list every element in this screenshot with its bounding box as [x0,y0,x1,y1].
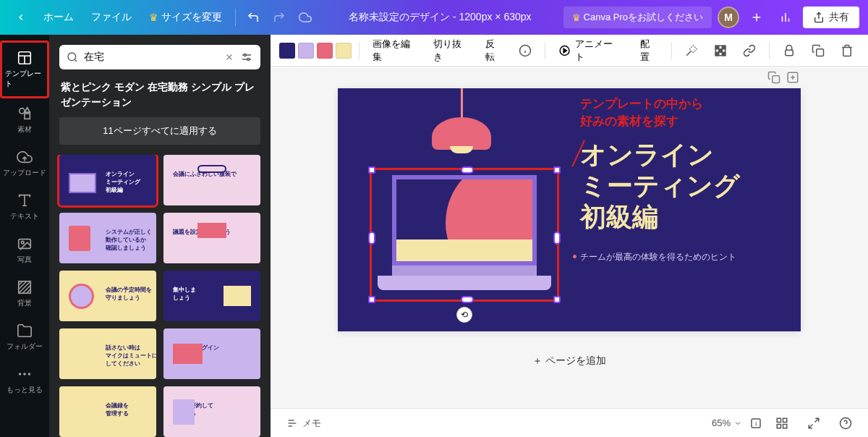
try-pro-button[interactable]: ♛Canva Proをお試しください [563,7,712,28]
filter-icon[interactable] [240,51,253,64]
rail-text[interactable]: テキスト [0,185,49,229]
page-duplicate-icon[interactable] [767,71,782,85]
template-thumb[interactable]: 会議録を 管理する [59,386,156,437]
selection-box[interactable]: ⟲ [370,168,559,302]
svg-rect-55 [777,418,780,422]
svg-rect-10 [25,114,30,119]
cloud-save-icon [294,6,317,29]
info-button[interactable] [513,41,537,61]
help-button[interactable] [833,413,858,433]
template-thumb[interactable]: 会議にふさわしい服装で [163,155,260,205]
home-button[interactable]: ホーム [36,7,81,28]
folder-icon [17,323,33,339]
flip-button[interactable]: 反転 [480,34,509,67]
notes-button[interactable]: メモ [281,413,327,433]
svg-point-32 [247,59,250,61]
file-menu[interactable]: ファイル [84,7,139,28]
svg-point-15 [21,241,24,244]
search-input[interactable] [84,51,218,63]
resize-handle-w[interactable] [368,232,375,245]
slide-subtitle[interactable]: チームが最高の体験を得るためのヒント [580,251,736,263]
rail-folders[interactable]: フォルダー [0,315,49,359]
svg-line-21 [27,289,31,294]
document-title[interactable]: 名称未設定のデザイン - 1200px × 630px [317,11,563,24]
svg-point-25 [68,53,76,61]
svg-text:1: 1 [754,420,757,427]
resize-handle-s[interactable] [461,296,474,303]
color-swatch[interactable] [298,43,314,59]
rail-uploads[interactable]: アップロード [0,142,49,185]
resize-button[interactable]: ♛サイズを変更 [142,7,229,28]
resize-handle-n[interactable] [461,166,474,174]
rail-background[interactable]: 背景 [0,272,49,315]
rail-templates[interactable]: テンプレート [0,41,49,98]
resize-label: サイズを変更 [161,11,222,24]
more-icon [17,366,33,382]
template-thumb[interactable]: 会議へのログイン を知らせる [163,328,260,379]
color-swatch[interactable] [336,43,352,59]
color-swatch[interactable] [279,43,295,59]
rail-photos[interactable]: 写真 [0,229,49,272]
svg-point-22 [19,373,22,376]
svg-rect-45 [817,48,824,56]
add-member-button[interactable] [745,6,768,29]
slide-title[interactable]: オンラインミーティング初級編 [580,139,740,233]
delete-button[interactable] [835,41,859,61]
templates-icon [17,50,33,66]
template-name: 紫とピンク モダン 在宅勤務 シンプル プレゼンテーション [49,80,271,117]
insights-button[interactable] [774,6,797,29]
avatar[interactable]: M [718,7,739,28]
rotate-handle[interactable]: ⟲ [456,307,472,323]
fullscreen-button[interactable] [801,413,826,433]
resize-handle-sw[interactable] [368,296,375,303]
back-button[interactable] [9,8,33,27]
page-add-icon[interactable] [786,71,801,85]
search-icon [67,51,78,63]
transparency-button[interactable] [708,41,733,61]
edit-image-button[interactable]: 画像を編集 [367,34,423,67]
svg-rect-42 [715,52,719,56]
template-thumb[interactable]: 話さない時は マイクはミュートに してください [59,328,156,379]
redo-button[interactable] [268,6,291,29]
svg-rect-43 [722,52,726,56]
svg-rect-56 [783,418,787,422]
undo-button[interactable] [242,6,265,29]
template-thumb[interactable]: オンライン ミーティング 初級編 [59,155,156,205]
add-page-button[interactable]: ＋ ページを追加 [518,347,621,375]
background-icon [17,279,33,295]
template-thumb[interactable]: 会議を要約して 完了する [163,386,260,437]
rail-elements[interactable]: 素材 [0,98,49,142]
resize-handle-se[interactable] [553,296,561,303]
svg-point-24 [28,373,31,376]
template-thumb[interactable]: 会議の予定時間を 守りましょう [59,271,156,321]
zoom-level[interactable]: 65% [712,417,742,428]
duplicate-button[interactable] [806,41,830,61]
color-swatch[interactable] [317,43,333,59]
position-button[interactable]: 配置 [634,34,664,67]
svg-point-23 [23,373,26,376]
clear-search-icon[interactable] [224,52,234,62]
template-thumb[interactable]: システムが正しく 動作しているか 確認しましょう [59,213,156,263]
resize-handle-ne[interactable] [553,166,561,174]
share-button[interactable]: 共有 [803,7,859,28]
lock-button[interactable] [777,41,801,61]
template-search[interactable] [59,45,260,69]
animate-button[interactable]: アニメート [553,34,626,67]
resize-handle-e[interactable] [553,232,561,245]
annotation-text: テンプレートの中から好みの素材を探す [580,96,703,130]
template-thumb[interactable]: 集中しま しょう [163,271,260,321]
svg-rect-57 [777,424,780,428]
canvas-page[interactable]: ⟲ テンプレートの中から好みの素材を探す オンラインミーティング初級編 チームが… [338,88,801,331]
resize-handle-nw[interactable] [368,166,375,174]
uploads-icon [17,149,33,165]
grid-view-button[interactable] [770,413,794,433]
crop-button[interactable]: 切り抜き [427,34,475,67]
link-button[interactable] [737,41,762,61]
rail-more[interactable]: もっと見る [0,359,49,402]
apply-all-button[interactable]: 11ページすべてに適用する [59,117,260,145]
svg-rect-58 [783,424,787,428]
magic-button[interactable] [679,41,704,61]
page-indicator[interactable]: 1 [749,417,762,430]
svg-rect-46 [773,76,780,83]
template-thumb[interactable]: 議題を設定しましょう [163,213,260,263]
